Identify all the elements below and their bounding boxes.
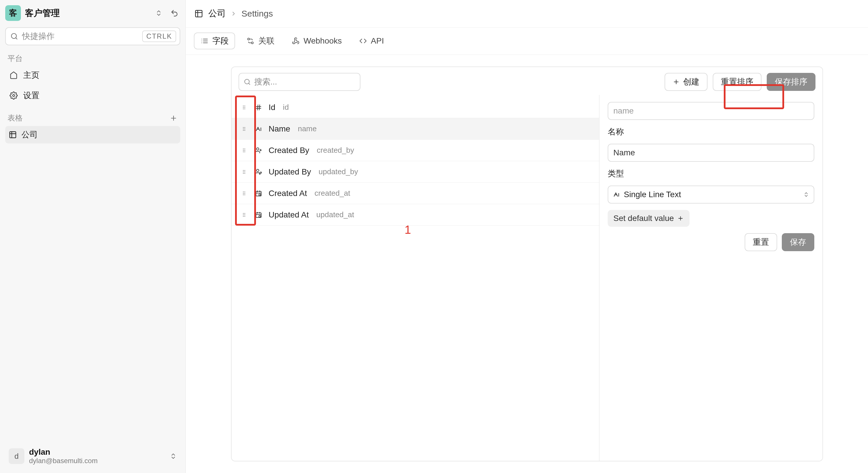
field-type-select[interactable]: Single Line Text: [608, 185, 814, 204]
field-name-input[interactable]: Name: [608, 144, 814, 162]
breadcrumb-bar: 公司 Settings: [186, 0, 868, 28]
breadcrumb: 公司 Settings: [194, 7, 273, 20]
table-item-company[interactable]: 公司: [5, 126, 180, 143]
svg-point-53: [243, 213, 244, 214]
svg-point-30: [244, 148, 245, 149]
svg-point-26: [244, 128, 245, 129]
drag-handle-icon[interactable]: [240, 124, 248, 133]
svg-point-42: [243, 173, 244, 174]
svg-point-28: [244, 130, 245, 131]
detail-reset-label: 重置: [753, 237, 769, 248]
add-table-button[interactable]: [168, 113, 179, 123]
svg-line-22: [259, 105, 260, 110]
svg-point-35: [256, 148, 259, 150]
nav-home[interactable]: 主页: [5, 66, 180, 84]
nav-home-label: 主页: [23, 70, 39, 81]
undo-icon[interactable]: [168, 7, 180, 19]
drag-handle-icon[interactable]: [240, 146, 248, 155]
tab-fields-label: 字段: [212, 35, 229, 47]
svg-line-21: [257, 105, 258, 110]
svg-point-15: [243, 107, 244, 108]
detail-save-label: 保存: [790, 237, 806, 248]
tab-relations[interactable]: 关联: [240, 32, 280, 49]
breadcrumb-page: Settings: [242, 9, 273, 19]
svg-point-13: [243, 106, 244, 106]
svg-point-56: [244, 214, 245, 215]
detail-save-button[interactable]: 保存: [782, 233, 814, 251]
drag-handle-icon[interactable]: [240, 168, 248, 176]
svg-point-55: [243, 214, 244, 215]
breadcrumb-table[interactable]: 公司: [208, 7, 226, 20]
field-label: Created By: [269, 146, 309, 155]
plus-icon: [677, 215, 684, 221]
create-field-label: 创建: [683, 77, 700, 87]
svg-point-50: [244, 194, 245, 195]
hash-icon: [254, 102, 264, 112]
field-slug-input[interactable]: name: [608, 102, 814, 120]
gear-icon: [9, 91, 19, 100]
set-default-value-button[interactable]: Set default value: [608, 210, 690, 227]
field-type-value: Single Line Text: [624, 190, 681, 199]
svg-point-17: [243, 108, 244, 109]
svg-point-31: [243, 150, 244, 151]
search-icon: [10, 32, 18, 40]
calendar-icon: [254, 188, 264, 198]
calendar-icon: [254, 210, 264, 220]
field-slug: created_at: [315, 189, 350, 198]
set-default-value-label: Set default value: [614, 214, 674, 223]
home-icon: [9, 70, 19, 80]
tab-fields[interactable]: 字段: [194, 32, 235, 49]
svg-point-57: [243, 216, 244, 217]
svg-point-27: [243, 130, 244, 131]
field-type-label: 类型: [608, 168, 814, 179]
avatar: d: [9, 448, 24, 464]
create-field-button[interactable]: 创建: [664, 73, 708, 91]
svg-point-52: [259, 194, 260, 196]
user-menu[interactable]: d dylan dylan@basemulti.com: [5, 445, 180, 468]
detail-reset-button[interactable]: 重置: [745, 233, 777, 251]
svg-point-58: [244, 216, 245, 217]
field-slug: id: [283, 103, 289, 112]
nav-settings[interactable]: 设置: [5, 87, 180, 104]
text-icon: [613, 191, 620, 198]
svg-point-16: [244, 107, 245, 108]
drag-handle-icon[interactable]: [240, 210, 248, 219]
nav-settings-label: 设置: [23, 90, 39, 101]
settings-tabs: 字段 关联 Webhooks API: [186, 28, 868, 55]
tab-webhooks[interactable]: Webhooks: [285, 32, 348, 49]
tab-api[interactable]: API: [353, 32, 390, 49]
svg-point-41: [244, 171, 245, 172]
svg-point-38: [243, 170, 244, 171]
svg-point-25: [243, 128, 244, 129]
workspace-switcher[interactable]: 客 客户管理: [5, 5, 180, 21]
field-name-label: 名称: [608, 126, 814, 137]
annotation-number-1: 1: [405, 223, 411, 236]
fields-search[interactable]: 搜索...: [239, 73, 361, 91]
table-icon: [9, 131, 17, 139]
field-label: Created At: [269, 189, 307, 198]
tab-webhooks-label: Webhooks: [304, 36, 342, 46]
field-label: Name: [269, 124, 290, 134]
svg-rect-3: [195, 10, 202, 17]
drag-handle-icon[interactable]: [240, 189, 248, 198]
field-label: Updated At: [269, 210, 309, 219]
quick-actions-kbd: CTRLK: [142, 30, 176, 42]
field-slug: updated_by: [319, 167, 358, 176]
table-item-label: 公司: [22, 129, 38, 140]
field-detail-pane: name 名称 Name 类型 Single Line Text Set def…: [599, 95, 823, 461]
workspace-name: 客户管理: [25, 7, 60, 19]
save-sort-button[interactable]: 保存排序: [767, 73, 815, 91]
quick-actions[interactable]: 快捷操作 CTRLK: [5, 27, 180, 45]
chevron-up-down-icon[interactable]: [153, 7, 164, 19]
workspace-avatar: 客: [5, 5, 21, 21]
svg-point-18: [244, 108, 245, 109]
svg-point-33: [243, 151, 244, 152]
main: 公司 Settings 字段 关联 Webhooks: [186, 0, 868, 473]
quick-actions-placeholder: 快捷操作: [22, 31, 138, 42]
field-label: Updated By: [269, 167, 311, 177]
drag-handle-icon[interactable]: [240, 103, 248, 112]
svg-point-29: [243, 148, 244, 149]
reset-sort-button[interactable]: 重置排序: [713, 73, 762, 91]
reset-sort-label: 重置排序: [721, 77, 753, 87]
svg-point-49: [243, 194, 244, 195]
